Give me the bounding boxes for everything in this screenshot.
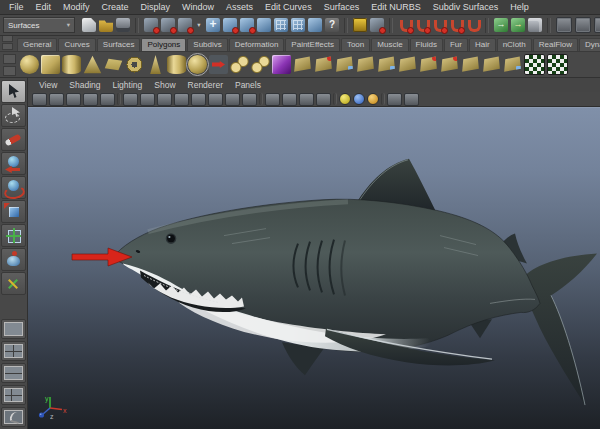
menu-item-assets[interactable]: Assets [220, 2, 259, 12]
lasso-select-tool[interactable] [1, 104, 26, 127]
universal-manipulator-tool[interactable] [1, 224, 26, 247]
panel-menu-item-lighting[interactable]: Lighting [106, 80, 148, 90]
layout-persp-outliner[interactable] [1, 407, 26, 427]
snap-points-icon[interactable] [223, 18, 237, 32]
snap-grid2-icon[interactable] [291, 18, 305, 32]
select-object-icon[interactable] [161, 18, 175, 32]
move-tool[interactable] [1, 152, 26, 175]
wireframe-mode-icon[interactable] [265, 93, 280, 106]
menu-item-create[interactable]: Create [96, 2, 135, 12]
scale-tool[interactable] [1, 200, 26, 223]
viewport-canvas[interactable]: y x z [28, 107, 600, 429]
open-scene-icon[interactable] [99, 18, 113, 32]
shelf-tab-curves[interactable]: Curves [58, 38, 95, 51]
magnet-grid-icon[interactable] [398, 18, 412, 32]
resolution-gate-icon[interactable] [174, 93, 189, 106]
exposure-icon[interactable] [367, 93, 379, 105]
lock-selection-icon[interactable] [353, 18, 367, 32]
snap-spheres-icon[interactable] [257, 18, 271, 32]
shelf-tab-fur[interactable]: Fur [444, 38, 468, 51]
bevel-icon[interactable] [461, 55, 480, 74]
append-polygon-icon[interactable] [335, 55, 354, 74]
combine-icon[interactable] [230, 55, 249, 74]
merge-vertices-icon[interactable] [482, 55, 501, 74]
magnet-point-icon[interactable] [432, 18, 446, 32]
grease-pencil-icon[interactable] [32, 93, 47, 106]
panel-menu-item-view[interactable]: View [33, 80, 63, 90]
render-current-frame-icon[interactable] [575, 17, 591, 33]
wedge-face-icon[interactable] [440, 55, 459, 74]
gate-mask-icon[interactable] [191, 93, 206, 106]
shelf-tab-painteffects[interactable]: PaintEffects [285, 38, 340, 51]
select-tool[interactable] [1, 80, 26, 103]
menu-item-edit-nurbs[interactable]: Edit NURBS [365, 2, 427, 12]
menu-item-window[interactable]: Window [176, 2, 220, 12]
mirror-geometry-icon[interactable] [209, 55, 228, 74]
shelf-tab-subdivs[interactable]: Subdivs [187, 38, 227, 51]
shelf-tab-general[interactable]: General [17, 38, 57, 51]
lock-camera-icon[interactable] [66, 93, 81, 106]
shelf-tab-realflow[interactable]: RealFlow [533, 38, 578, 51]
shelf-nav-up-button[interactable] [2, 36, 13, 42]
soft-modification-tool[interactable] [1, 248, 26, 271]
smooth-icon[interactable] [188, 55, 207, 74]
shelf-tab-toon[interactable]: Toon [341, 38, 370, 51]
poke-face-icon[interactable] [419, 55, 438, 74]
rotate-tool[interactable] [1, 176, 26, 199]
paint-select-tool[interactable] [1, 128, 26, 151]
layout-four-pane[interactable] [1, 341, 26, 361]
panel-menu-item-show[interactable]: Show [148, 80, 181, 90]
menu-item-help[interactable]: Help [504, 2, 535, 12]
field-chart-icon[interactable] [208, 93, 223, 106]
magnet-icon[interactable] [466, 18, 480, 32]
split-polygon-icon[interactable] [356, 55, 375, 74]
poly-pipe-icon[interactable] [167, 55, 186, 74]
shelf-tab-dynamic2[interactable]: Dynamic2 [579, 38, 600, 51]
dof-icon[interactable] [387, 93, 402, 106]
cut-faces-icon[interactable] [377, 55, 396, 74]
layout-single-pane[interactable] [1, 319, 26, 339]
shelf-tab-muscle[interactable]: Muscle [371, 38, 408, 51]
panel-menu-item-renderer[interactable]: Renderer [182, 80, 229, 90]
poly-torus-icon[interactable] [125, 55, 144, 74]
menu-item-edit[interactable]: Edit [30, 2, 58, 12]
menu-item-subdiv-surfaces[interactable]: Subdiv Surfaces [427, 2, 505, 12]
menu-item-display[interactable]: Display [135, 2, 177, 12]
xray-icon[interactable] [353, 93, 365, 105]
panel-menu-item-shading[interactable]: Shading [63, 80, 106, 90]
menu-item-file[interactable]: File [3, 2, 30, 12]
film-gate-icon[interactable] [157, 93, 172, 106]
view-grid-icon[interactable] [140, 93, 155, 106]
separate-icon[interactable] [251, 55, 270, 74]
snap-grid-icon[interactable] [274, 18, 288, 32]
snap-view-icon[interactable] [308, 18, 322, 32]
shelf-nav-down-button[interactable] [2, 43, 13, 50]
magnet-plane-icon[interactable] [449, 18, 463, 32]
aa-toggle-icon[interactable] [404, 93, 419, 106]
image-plane-icon[interactable] [123, 93, 138, 106]
snap-curves-icon[interactable] [240, 18, 254, 32]
target-weld-icon[interactable] [503, 55, 522, 74]
extrude-icon[interactable] [293, 55, 312, 74]
shaded-mode-icon[interactable] [282, 93, 297, 106]
use-lights-icon[interactable] [316, 93, 331, 106]
shelf-options-button[interactable] [3, 66, 16, 76]
shelf-tab-deformation[interactable]: Deformation [229, 38, 285, 51]
new-scene-icon[interactable] [82, 18, 96, 32]
layout-split-pane[interactable] [1, 385, 26, 405]
magnet-curve-icon[interactable] [415, 18, 429, 32]
mask-dropdown-caret-icon[interactable]: ▾ [195, 18, 203, 32]
output-connections-icon[interactable] [511, 18, 525, 32]
textured-mode-icon[interactable] [299, 93, 314, 106]
poly-cone-icon[interactable] [83, 55, 102, 74]
shelf-tab-ncloth[interactable]: nCloth [497, 38, 532, 51]
shelf-menu-button[interactable] [3, 54, 16, 64]
poly-cylinder-icon[interactable] [62, 55, 81, 74]
menu-item-surfaces[interactable]: Surfaces [318, 2, 366, 12]
poly-plane-icon[interactable] [104, 55, 123, 74]
save-scene-icon[interactable] [116, 18, 130, 32]
select-camera-icon[interactable] [49, 93, 64, 106]
layout-two-pane[interactable] [1, 363, 26, 383]
shelf-tab-surfaces[interactable]: Surfaces [97, 38, 141, 51]
render-view-icon[interactable] [556, 17, 572, 33]
